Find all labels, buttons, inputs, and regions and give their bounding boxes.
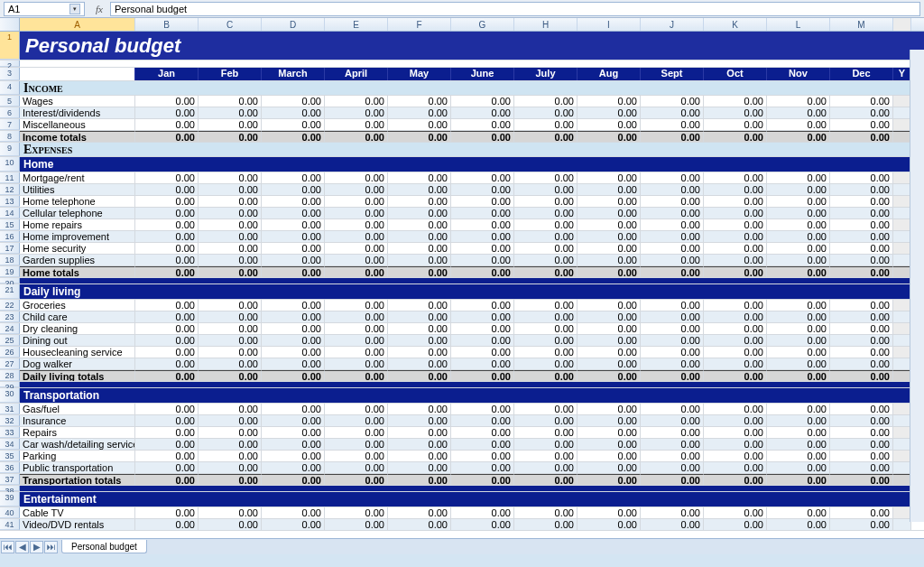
data-cell[interactable]: 0.00 [641, 323, 704, 334]
col-header-J[interactable]: J [641, 18, 704, 31]
row-header[interactable]: 7 [0, 119, 20, 130]
data-cell[interactable]: 0.00 [262, 196, 325, 207]
data-cell[interactable]: 0.00 [135, 255, 199, 265]
data-cell[interactable]: 0.00 [767, 451, 830, 461]
data-cell[interactable]: 0.00 [830, 119, 893, 130]
row-label-cell[interactable]: Dining out [20, 335, 135, 346]
end-cell[interactable] [893, 208, 911, 218]
data-cell[interactable]: 0.00 [830, 370, 893, 381]
data-cell[interactable]: 0.00 [388, 96, 451, 107]
end-cell[interactable] [893, 172, 911, 183]
data-cell[interactable]: 0.00 [135, 370, 199, 381]
data-cell[interactable]: 0.00 [199, 415, 262, 426]
data-cell[interactable]: 0.00 [767, 96, 830, 107]
row-label-cell[interactable]: Cable TV [20, 507, 135, 518]
data-cell[interactable]: 0.00 [325, 335, 388, 346]
data-cell[interactable]: 0.00 [578, 474, 641, 485]
data-cell[interactable]: 0.00 [451, 243, 514, 254]
data-cell[interactable]: 0.00 [578, 358, 641, 369]
month-header-cell[interactable]: April [325, 68, 388, 80]
row-header[interactable]: 27 [0, 358, 20, 369]
data-cell[interactable]: 0.00 [388, 404, 451, 414]
data-cell[interactable]: 0.00 [135, 219, 199, 230]
col-header-end[interactable] [893, 18, 911, 31]
data-cell[interactable]: 0.00 [641, 184, 704, 195]
data-cell[interactable]: 0.00 [578, 184, 641, 195]
data-cell[interactable]: 0.00 [388, 208, 451, 218]
row-header[interactable]: 20 [0, 278, 20, 284]
data-cell[interactable]: 0.00 [578, 415, 641, 426]
row-label-cell[interactable]: Gas/fuel [20, 404, 135, 414]
data-cell[interactable]: 0.00 [830, 266, 893, 277]
data-cell[interactable]: 0.00 [514, 243, 578, 254]
row-label-cell[interactable]: Housecleaning service [20, 347, 135, 358]
col-header-I[interactable]: I [578, 18, 641, 31]
data-cell[interactable]: 0.00 [641, 519, 704, 530]
data-cell[interactable]: 0.00 [451, 255, 514, 265]
cell[interactable]: Entertainment [20, 492, 924, 507]
data-cell[interactable]: 0.00 [514, 208, 578, 218]
data-cell[interactable]: 0.00 [262, 335, 325, 346]
data-cell[interactable]: 0.00 [578, 131, 641, 142]
data-cell[interactable]: 0.00 [451, 370, 514, 381]
data-cell[interactable]: 0.00 [767, 184, 830, 195]
data-cell[interactable]: 0.00 [199, 219, 262, 230]
data-cell[interactable]: 0.00 [641, 439, 704, 450]
data-cell[interactable]: 0.00 [514, 451, 578, 461]
data-cell[interactable]: 0.00 [767, 300, 830, 311]
data-cell[interactable]: 0.00 [262, 172, 325, 183]
data-cell[interactable]: 0.00 [514, 131, 578, 142]
data-cell[interactable]: 0.00 [830, 131, 893, 142]
data-cell[interactable]: 0.00 [578, 219, 641, 230]
data-cell[interactable]: 0.00 [325, 427, 388, 438]
data-cell[interactable]: 0.00 [451, 462, 514, 473]
name-box[interactable]: A1 ▾ [4, 2, 85, 16]
data-cell[interactable]: 0.00 [388, 370, 451, 381]
col-header-G[interactable]: G [451, 18, 514, 31]
data-cell[interactable]: 0.00 [199, 184, 262, 195]
data-cell[interactable]: 0.00 [767, 323, 830, 334]
data-cell[interactable]: 0.00 [704, 358, 767, 369]
data-cell[interactable]: 0.00 [451, 107, 514, 118]
row-label-cell[interactable]: Income totals [20, 131, 135, 142]
data-cell[interactable]: 0.00 [199, 311, 262, 322]
row-header[interactable]: 29 [0, 382, 20, 387]
data-cell[interactable]: 0.00 [578, 323, 641, 334]
data-cell[interactable]: 0.00 [451, 323, 514, 334]
data-cell[interactable]: 0.00 [641, 335, 704, 346]
data-cell[interactable]: 0.00 [199, 507, 262, 518]
data-cell[interactable]: 0.00 [325, 474, 388, 485]
data-cell[interactable]: 0.00 [388, 323, 451, 334]
data-cell[interactable]: 0.00 [830, 107, 893, 118]
row-label-cell[interactable]: Video/DVD rentals [20, 519, 135, 530]
row-label-cell[interactable]: Home security [20, 243, 135, 254]
data-cell[interactable]: 0.00 [704, 243, 767, 254]
data-cell[interactable]: 0.00 [704, 519, 767, 530]
data-cell[interactable]: 0.00 [830, 243, 893, 254]
row-header[interactable]: 18 [0, 255, 20, 265]
month-header-cell[interactable]: Dec [830, 68, 893, 80]
data-cell[interactable]: 0.00 [514, 172, 578, 183]
row-header[interactable]: 30 [0, 388, 20, 403]
col-header-C[interactable]: C [199, 18, 262, 31]
data-cell[interactable]: 0.00 [451, 404, 514, 414]
row-label-cell[interactable]: Dog walker [20, 358, 135, 369]
data-cell[interactable]: 0.00 [135, 131, 199, 142]
data-cell[interactable]: 0.00 [514, 300, 578, 311]
data-cell[interactable]: 0.00 [767, 107, 830, 118]
row-header[interactable]: 21 [0, 284, 20, 299]
data-cell[interactable]: 0.00 [262, 519, 325, 530]
row-label-cell[interactable]: Groceries [20, 300, 135, 311]
end-cell[interactable] [893, 415, 911, 426]
data-cell[interactable]: 0.00 [830, 255, 893, 265]
col-header-M[interactable]: M [830, 18, 893, 31]
data-cell[interactable]: 0.00 [830, 404, 893, 414]
data-cell[interactable]: 0.00 [199, 119, 262, 130]
data-cell[interactable]: 0.00 [578, 347, 641, 358]
data-cell[interactable]: 0.00 [262, 451, 325, 461]
data-cell[interactable]: 0.00 [767, 370, 830, 381]
data-cell[interactable]: 0.00 [199, 300, 262, 311]
data-cell[interactable]: 0.00 [514, 370, 578, 381]
row-label-cell[interactable]: Cellular telephone [20, 208, 135, 218]
end-cell[interactable] [893, 347, 911, 358]
